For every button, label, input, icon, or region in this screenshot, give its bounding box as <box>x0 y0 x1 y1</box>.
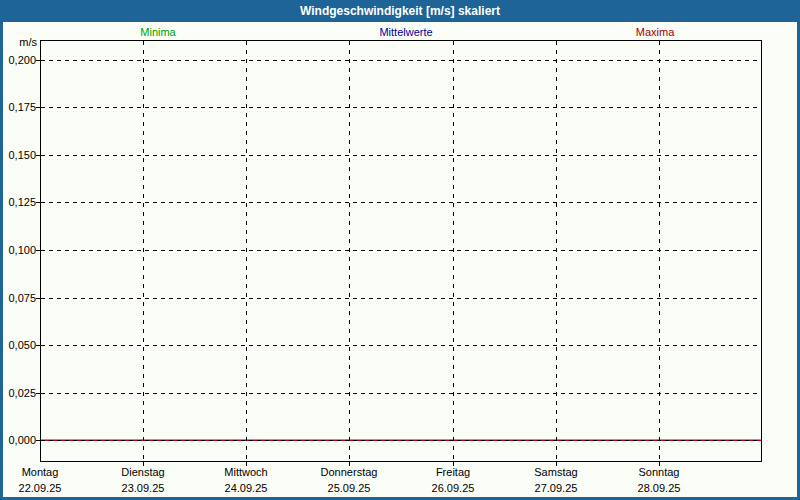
h-gridline <box>41 440 761 441</box>
h-gridline <box>41 202 761 203</box>
h-gridline <box>41 107 761 108</box>
y-tick-label: 0,025 <box>0 386 36 400</box>
h-gridline <box>41 250 761 251</box>
legend-item-minima: Minima <box>140 26 175 39</box>
y-tick-mark <box>36 298 40 299</box>
x-axis-day-label: Freitag <box>402 466 504 478</box>
y-tick-mark <box>36 393 40 394</box>
h-gridline <box>41 60 761 61</box>
y-tick-mark <box>36 155 40 156</box>
y-tick-label: 0,125 <box>0 195 36 209</box>
y-tick-mark <box>36 107 40 108</box>
legend-item-mittelwerte: Mittelwerte <box>379 26 432 39</box>
h-gridline <box>41 155 761 156</box>
window-title: Windgeschwindigkeit [m/s] skaliert <box>300 4 500 18</box>
x-axis-date-label: 23.09.25 <box>92 482 194 494</box>
legend-item-maxima: Maxima <box>636 26 675 39</box>
y-tick-label: 0,075 <box>0 291 36 305</box>
v-gridline <box>659 41 660 461</box>
x-axis-day-label: Donnerstag <box>298 466 400 478</box>
y-tick-mark <box>36 440 40 441</box>
x-axis-date-label: 26.09.25 <box>402 482 504 494</box>
series-lines-layer <box>41 41 761 461</box>
y-axis-unit-label: m/s <box>0 36 37 48</box>
x-axis-day-label: Dienstag <box>92 466 194 478</box>
plot-area <box>40 40 762 462</box>
y-tick-label: 0,150 <box>0 148 36 162</box>
v-gridline <box>246 41 247 461</box>
x-axis-day-label: Mittwoch <box>195 466 297 478</box>
h-gridline <box>41 393 761 394</box>
x-axis-date-label: 24.09.25 <box>195 482 297 494</box>
y-tick-label: 0,100 <box>0 243 36 257</box>
y-tick-label: 0,050 <box>0 338 36 352</box>
y-tick-mark <box>36 202 40 203</box>
x-axis-date-label: 28.09.25 <box>608 482 710 494</box>
x-axis-date-label: 22.09.25 <box>0 482 91 494</box>
v-gridline <box>453 41 454 461</box>
app-window: Windgeschwindigkeit [m/s] skaliert Minim… <box>0 0 800 500</box>
y-tick-label: 0,000 <box>0 433 36 447</box>
h-gridline <box>41 298 761 299</box>
y-tick-mark <box>36 250 40 251</box>
v-gridline <box>556 41 557 461</box>
x-axis-date-label: 27.09.25 <box>505 482 607 494</box>
x-axis-day-label: Samstag <box>505 466 607 478</box>
y-tick-label: 0,200 <box>0 53 36 67</box>
x-axis-day-label: Montag <box>0 466 91 478</box>
v-gridline <box>349 41 350 461</box>
window-title-bar: Windgeschwindigkeit [m/s] skaliert <box>0 0 800 22</box>
x-axis-day-label: Sonntag <box>608 466 710 478</box>
y-tick-label: 0,175 <box>0 100 36 114</box>
x-axis-date-label: 25.09.25 <box>298 482 400 494</box>
v-gridline <box>143 41 144 461</box>
y-tick-mark <box>36 60 40 61</box>
y-tick-mark <box>36 345 40 346</box>
h-gridline <box>41 345 761 346</box>
